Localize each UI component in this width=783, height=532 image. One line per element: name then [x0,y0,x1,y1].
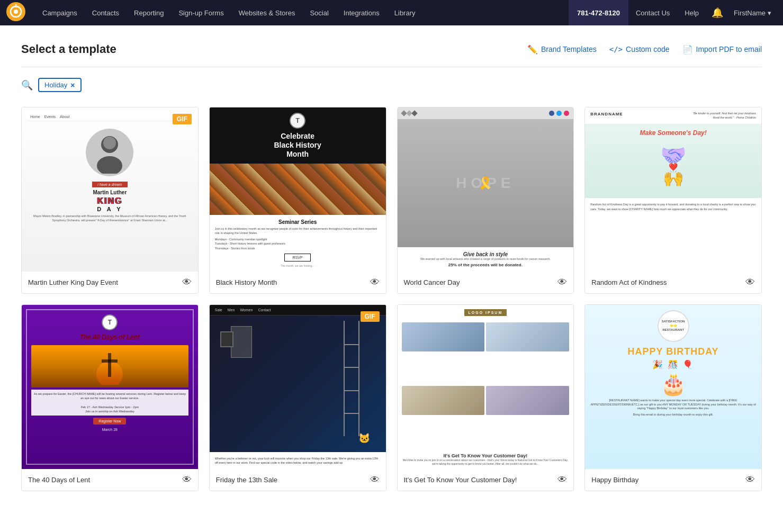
wcd-social-icons [549,111,569,116]
nav-links: Campaigns Contacts Reporting Sign-up For… [35,0,569,25]
template-grid: GIF HomeEventsAbout i have a dream [21,107,762,491]
template-name-wcd: World Cancer Day [404,278,460,286]
bday-cake: 🎂 [660,372,687,396]
preview-icon-bhm[interactable]: 👁 [370,277,380,288]
mlk-banner: i have a dream [92,182,127,187]
wcd-top [398,107,574,119]
nav-reporting[interactable]: Reporting [127,0,171,25]
gif-badge-dark: GIF [361,311,380,322]
template-thumbnail-wcd: HOPE 🎗️ Give back in style We teamed up … [398,107,574,272]
preview-icon-dark-gif[interactable]: 👁 [370,474,380,485]
template-name-kyc: It's Get To Know Your Customer Day! [404,476,517,484]
phone-number: 781-472-8120 [569,0,628,25]
template-footer-dark-gif: Friday the 13th Sale 👁 [210,469,386,491]
template-thumbnail-bhm: T CelebrateBlack HistoryMonth Seminar Se… [210,107,386,272]
template-card-rak[interactable]: BRANDNAME "Be kinder to yourself. And th… [584,107,762,294]
holiday-filter-tag[interactable]: Holiday × [38,78,82,92]
mlk-desc: Mayor Melvin Bradley, in partnership wit… [27,212,193,224]
chevron-down-icon: ▾ [768,9,771,17]
template-thumbnail-rak: BRANDNAME "Be kinder to yourself. And th… [585,107,761,272]
template-footer-kyc: It's Get To Know Your Customer Day! 👁 [398,469,574,491]
bday-title: HAPPY BIRTHDAY [628,346,719,357]
dark-bottom: Whether you're a believer or not, your l… [210,452,386,470]
rak-top: BRANDNAME "Be kinder to yourself. And th… [585,107,761,124]
preview-icon-lent[interactable]: 👁 [182,474,192,485]
preview-icon-kyc[interactable]: 👁 [557,474,567,485]
preview-icon-bday[interactable]: 👁 [745,474,755,485]
pdf-icon: 📄 [682,44,693,55]
nav-campaigns[interactable]: Campaigns [35,0,85,25]
rak-body: Random Act of Kindness Day is a great op… [585,198,761,272]
template-footer-rak: Random Act of Kindness 👁 [585,272,761,293]
main-content: Select a template ✏️ Brand Templates </>… [0,25,783,532]
bhm-content: Seminar Series Join us in this celebrato… [210,215,386,272]
svg-rect-9 [102,359,118,363]
mlk-day: D A Y [97,206,122,212]
template-card-wcd[interactable]: HOPE 🎗️ Give back in style We teamed up … [397,107,574,294]
wcd-logo [402,111,417,115]
header-row: Select a template ✏️ Brand Templates </>… [21,42,762,56]
template-name-bday: Happy Birthday [591,476,638,484]
template-card-kyc[interactable]: LOGO IPSUM It's Get To Know Your Custome… [397,304,574,491]
svg-point-6 [103,137,116,149]
logo[interactable] [6,2,30,23]
preview-icon-wcd[interactable]: 👁 [557,277,567,288]
import-pdf-button[interactable]: 📄 Import PDF to email [682,44,762,55]
gif-badge-mlk: GIF [173,114,192,124]
page-title: Select a template [21,42,116,56]
template-footer-wcd: World Cancer Day 👁 [398,272,574,293]
wcd-hope-image: HOPE 🎗️ [398,119,574,247]
filter-tag-label: Holiday [44,81,67,89]
bday-decorations: 🎉 🎊 🎈 [652,359,694,369]
svg-point-2 [14,10,18,14]
filter-tag-close-button[interactable]: × [70,82,75,89]
template-card-lent[interactable]: T The 40 Days of Lent [21,304,199,491]
nav-integrations[interactable]: Integrations [336,0,387,25]
dark-nav: SaleMenWomenContact [210,305,386,315]
lent-text: As we prepare for Easter, the [CHURCH NA… [31,390,188,416]
template-card-bhm[interactable]: T CelebrateBlack HistoryMonth Seminar Se… [209,107,386,294]
kyc-bottom: It's Get To Know Your Customer Day! We'd… [398,450,574,469]
template-name-mlk: Martin Luther King Day Event [28,278,118,286]
template-card-bday[interactable]: SATISFACTION⭐⭐RESTAURANT HAPPY BIRTHDAY … [584,304,762,491]
lent-register-btn[interactable]: Register Now [93,418,126,425]
nav-library[interactable]: Library [387,0,423,25]
svg-point-5 [97,156,122,174]
template-thumbnail-kyc: LOGO IPSUM It's Get To Know Your Custome… [398,305,574,469]
bhm-image [210,164,386,215]
nav-social[interactable]: Social [302,0,336,25]
kyc-logo: LOGO IPSUM [464,309,507,316]
kyc-grid [398,320,574,450]
nav-bell-icon[interactable]: 🔔 [706,0,728,25]
preview-icon-rak[interactable]: 👁 [745,277,755,288]
template-card-mlk[interactable]: GIF HomeEventsAbout i have a dream [21,107,199,294]
nav-contacts[interactable]: Contacts [85,0,127,25]
nav-help[interactable]: Help [677,0,706,25]
search-icon: 🔍 [21,79,33,91]
preview-icon-mlk[interactable]: 👁 [182,277,192,288]
code-icon: </> [609,45,623,53]
template-footer-lent: The 40 Days of Lent 👁 [22,469,198,491]
lent-image [31,345,188,387]
template-thumbnail-lent: T The 40 Days of Lent [22,305,198,469]
brand-templates-button[interactable]: ✏️ Brand Templates [527,44,597,55]
template-footer-bday: Happy Birthday 👁 [585,469,761,491]
mlk-king: KING [97,196,122,206]
dark-image: 🐱 [210,315,386,452]
nav-websites-stores[interactable]: Websites & Stores [231,0,303,25]
nav-contact-us[interactable]: Contact Us [628,0,677,25]
nav-user[interactable]: FirstName ▾ [728,0,777,25]
template-thumbnail-dark-gif: GIF SaleMenWomenContact [210,305,386,469]
lent-border: T The 40 Days of Lent [26,309,194,465]
import-pdf-label: Import PDF to email [696,45,762,53]
mlk-portrait [86,129,133,176]
template-name-bhm: Black History Month [216,278,277,286]
template-footer-mlk: Martin Luther King Day Event 👁 [22,272,198,293]
bhm-header: T CelebrateBlack HistoryMonth [210,107,386,164]
search-row: 🔍 Holiday × [21,78,762,92]
rak-image: Make Someone's Day! 🤝 🙌 ❤️ [585,124,761,198]
template-card-dark-gif[interactable]: GIF SaleMenWomenContact [209,304,386,491]
nav-signup-forms[interactable]: Sign-up Forms [171,0,231,25]
custom-code-button[interactable]: </> Custom code [609,45,670,53]
template-name-lent: The 40 Days of Lent [28,476,90,484]
